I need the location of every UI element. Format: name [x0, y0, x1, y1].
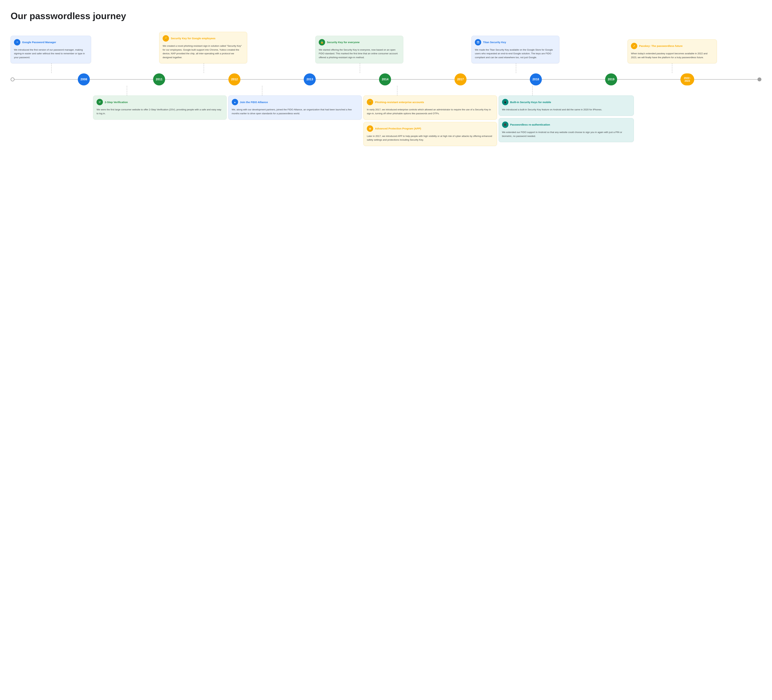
icon-phishing: 🔒 — [367, 99, 373, 105]
card-title-fido: Join the FIDO Alliance — [240, 100, 268, 104]
icon-titan: ⚿ — [475, 39, 481, 46]
card-body-builtin: We introduced a built-in Security Key fe… — [502, 108, 630, 111]
card-passkey: ✓ Passkey: The passwordless future When … — [628, 39, 717, 63]
card-phishing-resistant: 🔒 Phishing-resistant enterprise accounts… — [363, 95, 497, 120]
timeline-start-dot — [11, 77, 15, 81]
card-security-key-everyone: 🔒 Security Key for everyone We started o… — [316, 36, 403, 64]
card-title-app: Advanced Protection Program (APP) — [375, 127, 421, 130]
start-dot — [11, 77, 15, 81]
card-app: ◎ Advanced Protection Program (APP) Late… — [363, 122, 497, 146]
card-body-passkey: When today's extended passkey support be… — [631, 52, 713, 59]
card-title-gpm: Google Password Manager — [22, 41, 56, 44]
timeline-end-dot — [757, 77, 761, 81]
page-title: Our passwordless journey — [11, 11, 761, 21]
end-dot — [757, 77, 761, 81]
card-title-passkey: Passkey: The passwordless future — [639, 44, 682, 48]
timeline-node-2008: 2008 — [78, 74, 90, 85]
icon-app: ◎ — [367, 125, 373, 132]
card-reauth: ⬛ Passwordless re-authentication We exte… — [499, 118, 634, 142]
card-body-gpm: We introduced the first version of our p… — [14, 48, 88, 59]
timeline-node-2012: 2012 — [228, 74, 240, 85]
timeline-node-2011: 2011 — [153, 74, 165, 85]
icon-sk-employees: 🔑 — [163, 35, 169, 41]
card-titan-security-key: ⚿ Titan Security Key We made the Titan S… — [471, 36, 559, 64]
year-bubble-2011: 2011 — [153, 74, 165, 85]
icon-reauth: ⬛ — [502, 121, 509, 128]
card-title-phishing: Phishing-resistant enterprise accounts — [375, 100, 424, 104]
year-bubble-2014: 2014 — [379, 74, 391, 85]
card-body-titan: We made the Titan Security Key available… — [475, 48, 556, 59]
timeline-node-2022-2023: 2022– 2023 — [680, 74, 694, 85]
card-body-reauth: We extended our FIDO support in Android … — [502, 130, 630, 138]
card-body-phishing: In early 2017, we introduced enterprise … — [367, 108, 493, 115]
card-2step: ☞ 2-Step Verification We were the first … — [93, 95, 226, 120]
icon-passkey: ✓ — [631, 43, 637, 49]
card-body-app: Later in 2017, we introduced APP to help… — [367, 134, 493, 142]
year-bubble-2019: 2019 — [605, 74, 617, 85]
year-bubble-2012: 2012 — [228, 74, 240, 85]
icon-2step: ☞ — [96, 99, 103, 105]
card-title-titan: Titan Security Key — [483, 41, 506, 44]
timeline-infographic: ··· Google Password Manager We introduce… — [11, 32, 761, 146]
icon-sk-everyone: 🔒 — [319, 39, 325, 46]
card-title-builtin: Built-in Security Keys for mobile — [510, 100, 551, 104]
card-title-reauth: Passwordless re-authentication — [510, 123, 550, 126]
card-title-ske2: Security Key for everyone — [327, 41, 360, 44]
year-bubble-2013: 2013 — [304, 74, 316, 85]
card-body-ske: We created a novel phishing-resistant si… — [163, 44, 244, 59]
year-bubble-2018: 2018 — [530, 74, 542, 85]
timeline-bar: 2008 2011 2012 2013 — [11, 73, 761, 86]
card-builtin-keys: 📱 Built-in Security Keys for mobile We i… — [499, 95, 634, 116]
card-body-2step: We were the first large consumer website… — [96, 108, 223, 115]
card-title-ske: Security Key for Google employees — [171, 37, 216, 40]
timeline-node-2014: 2014 — [379, 74, 391, 85]
icon-builtin: 📱 — [502, 99, 509, 105]
card-body-ske2: We started offering the Security Key to … — [319, 48, 400, 59]
icon-fido: ▲ — [232, 99, 238, 105]
timeline-node-2017: 2017 — [455, 74, 466, 85]
card-fido: ▲ Join the FIDO Alliance We, along with … — [228, 95, 362, 120]
timeline-nodes: 2008 2011 2012 2013 — [11, 74, 761, 85]
timeline-node-2018: 2018 — [530, 74, 542, 85]
year-bubble-2017: 2017 — [455, 74, 466, 85]
year-bubble-2008: 2008 — [78, 74, 90, 85]
card-google-password-manager: ··· Google Password Manager We introduce… — [11, 36, 91, 64]
card-security-key-employees: 🔑 Security Key for Google employees We c… — [159, 32, 247, 63]
timeline-node-2013: 2013 — [304, 74, 316, 85]
timeline-node-2019: 2019 — [605, 74, 617, 85]
year-bubble-2022-2023: 2022– 2023 — [680, 74, 694, 85]
card-body-fido: We, along with our development partners,… — [232, 108, 358, 115]
card-title-2step: 2-Step Verification — [105, 100, 128, 104]
icon-google-pm: ··· — [14, 39, 20, 46]
